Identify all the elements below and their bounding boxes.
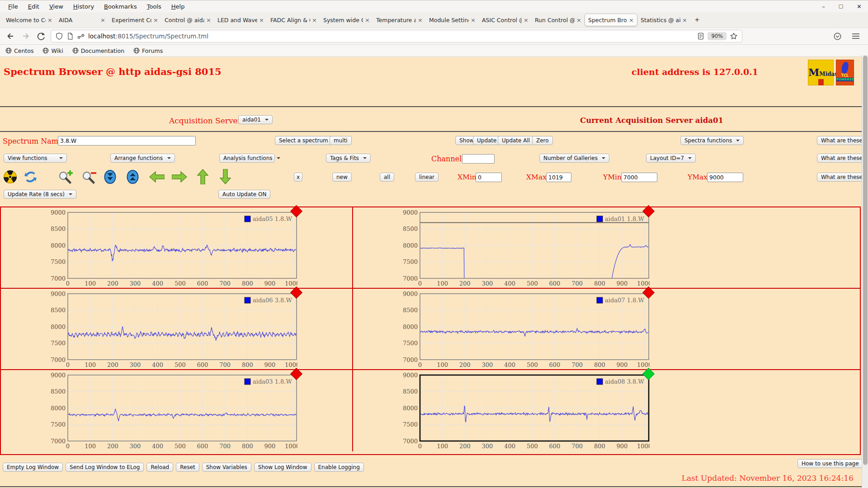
- empty-log-window-button[interactable]: Empty Log Window: [3, 463, 63, 472]
- zoom-in-icon[interactable]: [58, 170, 73, 184]
- spectrum-name-input[interactable]: [58, 136, 196, 145]
- url-text[interactable]: localhost:8015/Spectrum/Spectrum.tml: [88, 33, 694, 40]
- multi-button[interactable]: multi: [330, 136, 352, 145]
- reader-view-icon[interactable]: [697, 32, 704, 40]
- bookmark-wiki[interactable]: Wiki: [42, 47, 63, 54]
- xmin-input[interactable]: [476, 173, 502, 182]
- channel-input[interactable]: [462, 154, 495, 164]
- tab-module-settings[interactable]: Module Settings×: [426, 14, 479, 26]
- tab-welcome-to-cen[interactable]: Welcome to Cen×: [3, 14, 56, 26]
- x-button[interactable]: x: [294, 173, 302, 182]
- menu-edit[interactable]: Edit: [24, 2, 44, 11]
- tab-close-icon[interactable]: ×: [99, 17, 105, 23]
- menu-view[interactable]: View: [45, 2, 68, 11]
- pan-left-icon[interactable]: [149, 171, 165, 183]
- shield-icon[interactable]: [55, 32, 63, 41]
- gallery-cell-aida05[interactable]: 7000750080008500900001002003004005006007…: [1, 207, 353, 289]
- tab-close-icon[interactable]: ×: [575, 17, 581, 23]
- radiation-icon[interactable]: [4, 170, 17, 183]
- arrange-functions-select[interactable]: Arrange functions: [110, 154, 175, 163]
- pocket-icon[interactable]: [833, 32, 842, 41]
- page-scrollbar[interactable]: [862, 55, 868, 488]
- gallery-cell-aida01[interactable]: 7000750080008500900001002003004005006007…: [353, 207, 860, 289]
- url-bar[interactable]: localhost:8015/Spectrum/Spectrum.tml 90%: [51, 30, 742, 42]
- tab-control-aidas[interactable]: Control @ aidas×: [161, 14, 214, 26]
- scroll-down-icon[interactable]: [104, 169, 116, 184]
- tab-close-icon[interactable]: ×: [257, 17, 264, 23]
- enable-logging-button[interactable]: Enable Logging: [314, 463, 364, 472]
- show-variables-button[interactable]: Show Variables: [202, 463, 251, 472]
- how-to-use-button[interactable]: How to use this page: [797, 459, 862, 468]
- zoom-out-icon[interactable]: [81, 170, 97, 184]
- scrollbar-thumb[interactable]: [863, 56, 868, 465]
- view-functions-select[interactable]: View functions: [4, 154, 67, 163]
- tab-system-wide-che[interactable]: System wide Che×: [320, 14, 373, 26]
- tab-close-icon[interactable]: ×: [46, 17, 52, 23]
- spectrum-plot-aida01[interactable]: 7000750080008500900001002003004005006007…: [401, 209, 650, 288]
- tab-close-icon[interactable]: ×: [469, 17, 476, 23]
- menu-bookmarks[interactable]: Bookmarks: [99, 2, 142, 11]
- bookmark-centos[interactable]: Centos: [5, 47, 33, 54]
- what-are-these-button-1[interactable]: What are these?: [817, 136, 862, 145]
- spectrum-plot-aida05[interactable]: 7000750080008500900001002003004005006007…: [49, 209, 297, 288]
- pan-down-icon[interactable]: [220, 169, 231, 184]
- menu-file[interactable]: File: [4, 2, 23, 11]
- menu-tools[interactable]: Tools: [142, 2, 166, 11]
- send-log-window-to-elog-button[interactable]: Send Log Window to ELog: [66, 463, 144, 472]
- spectra-functions-select[interactable]: Spectra functions: [680, 136, 744, 145]
- tab-led-and-wavefo[interactable]: LED and Wavefo×: [214, 14, 267, 26]
- gallery-cell-aida03[interactable]: 7000750080008500900001002003004005006007…: [1, 370, 353, 451]
- tab-close-icon[interactable]: ×: [151, 17, 158, 23]
- gallery-cell-aida08[interactable]: 7000750080008500900001002003004005006007…: [353, 370, 860, 451]
- all-button[interactable]: all: [380, 173, 394, 182]
- show-log-window-button[interactable]: Show Log Window: [254, 463, 311, 472]
- refresh-icon[interactable]: [24, 170, 38, 184]
- tab-run-control-a[interactable]: Run Control @ a×: [532, 14, 585, 26]
- update-button[interactable]: Update: [473, 136, 500, 145]
- zero-button[interactable]: Zero: [532, 136, 553, 145]
- tab-aida[interactable]: AIDA×: [56, 14, 108, 26]
- page-info-icon[interactable]: [66, 32, 74, 41]
- tab-asic-control-a[interactable]: ASIC Control @ a×: [479, 14, 532, 26]
- bookmark-documentation[interactable]: Documentation: [72, 47, 124, 54]
- spectrum-plot-aida08[interactable]: 7000750080008500900001002003004005006007…: [401, 371, 650, 451]
- menu-help[interactable]: Help: [167, 2, 189, 11]
- new-tab-button[interactable]: +: [690, 15, 704, 24]
- ymax-input[interactable]: [707, 173, 743, 182]
- bookmark-forums[interactable]: Forums: [133, 47, 163, 54]
- pan-right-icon[interactable]: [172, 171, 187, 183]
- tab-close-icon[interactable]: ×: [204, 17, 211, 23]
- new-button[interactable]: new: [332, 173, 352, 182]
- hamburger-menu-icon[interactable]: [852, 33, 860, 40]
- back-button[interactable]: [5, 30, 16, 42]
- update-rate-select[interactable]: Update Rate (8 secs): [4, 190, 76, 199]
- forward-button[interactable]: [20, 30, 32, 42]
- minimize-button[interactable]: –: [822, 3, 825, 10]
- what-are-these-button-3[interactable]: What are these?: [817, 173, 862, 182]
- reload-button[interactable]: [35, 30, 47, 42]
- linear-button[interactable]: linear: [415, 173, 439, 182]
- tab-fadc-align-co[interactable]: FADC Align & Co×: [267, 14, 320, 26]
- tab-temperature-and[interactable]: Temperature and×: [373, 14, 426, 26]
- bookmark-star-icon[interactable]: [730, 32, 738, 40]
- gallery-cell-aida07[interactable]: 7000750080008500900001002003004005006007…: [353, 289, 860, 370]
- number-of-galleries-select[interactable]: Number of Galleries: [539, 154, 609, 163]
- tab-close-icon[interactable]: ×: [363, 17, 370, 23]
- menu-history[interactable]: History: [69, 2, 99, 11]
- ymin-input[interactable]: [621, 173, 657, 182]
- spectrum-plot-aida07[interactable]: 7000750080008500900001002003004005006007…: [401, 290, 650, 370]
- zoom-level-badge[interactable]: 90%: [708, 32, 726, 40]
- tab-statistics-aida[interactable]: Statistics @ aida×: [637, 14, 690, 26]
- tab-close-icon[interactable]: ×: [522, 17, 528, 23]
- spectrum-plot-aida03[interactable]: 7000750080008500900001002003004005006007…: [49, 371, 297, 451]
- tab-experiment-cont[interactable]: Experiment Cont×: [108, 14, 161, 26]
- scroll-up-icon[interactable]: [127, 169, 139, 184]
- close-button[interactable]: ✕: [857, 3, 862, 10]
- tab-close-icon[interactable]: ×: [680, 17, 687, 23]
- tags-fits-select[interactable]: Tags & Fits: [326, 154, 371, 163]
- what-are-these-button-2[interactable]: What are these?: [817, 154, 862, 163]
- layout-id-select[interactable]: Layout ID=7: [646, 154, 696, 163]
- spectrum-plot-aida06[interactable]: 7000750080008500900001002003004005006007…: [49, 290, 297, 370]
- pan-up-icon[interactable]: [197, 169, 208, 184]
- xmax-input[interactable]: [546, 173, 571, 182]
